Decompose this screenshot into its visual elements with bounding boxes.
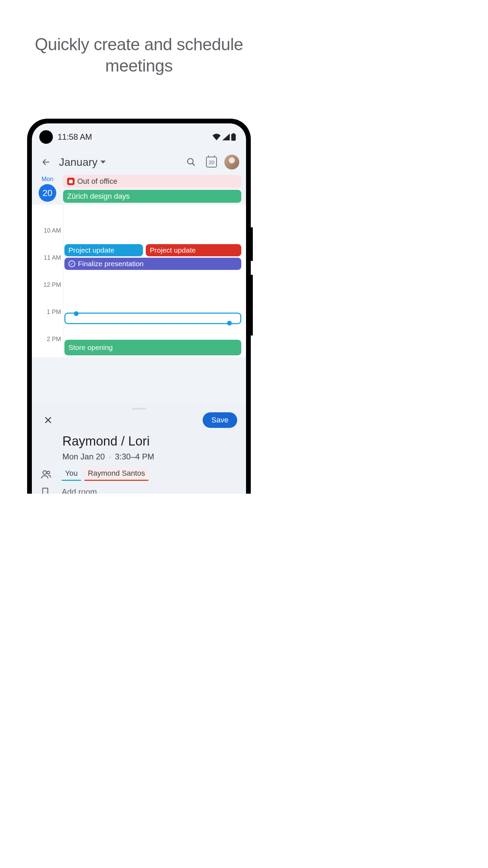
event-date: Mon Jan 20: [62, 452, 105, 461]
month-label: January: [59, 156, 98, 169]
event-time-range: 3:30–4 PM: [115, 452, 154, 461]
ooo-icon: [67, 178, 75, 185]
app-bar: January 20: [32, 146, 246, 174]
allday-event-zurich[interactable]: Zürich design days: [63, 190, 241, 203]
attendees-row: You Raymond Santos: [39, 461, 239, 481]
allday-event-label: Zürich design days: [67, 192, 130, 201]
people-icon: [41, 469, 52, 480]
hour-label: 1 PM: [32, 309, 61, 316]
svg-rect-3: [69, 180, 73, 183]
chevron-down-icon: [100, 160, 106, 164]
event-title-input[interactable]: Raymond / Lori: [62, 434, 239, 449]
svg-point-7: [47, 471, 50, 474]
svg-point-6: [43, 471, 47, 474]
resize-handle-top[interactable]: [74, 311, 79, 316]
svg-rect-4: [70, 179, 70, 180]
marketing-headline: Quickly create and schedule meetings: [0, 0, 278, 76]
timeline[interactable]: 10 AM 11 AM 12 PM 1 PM 2 PM Project upda…: [32, 205, 246, 357]
room-icon: [41, 487, 51, 494]
month-selector[interactable]: January: [59, 156, 106, 169]
today-button[interactable]: 20: [204, 155, 219, 170]
save-button[interactable]: Save: [203, 412, 237, 428]
day-column[interactable]: Mon 20: [32, 174, 63, 203]
cell-signal-icon: [222, 134, 230, 140]
check-circle-icon: ✓: [68, 260, 75, 267]
separator-dot: ·: [109, 453, 111, 461]
profile-avatar[interactable]: [224, 155, 239, 170]
event-label: Finalize presentation: [78, 260, 144, 268]
status-bar: 11:58 AM: [32, 123, 246, 146]
search-button[interactable]: [184, 155, 199, 170]
close-button[interactable]: [41, 413, 56, 428]
event-project-update-2[interactable]: Project update: [146, 244, 241, 256]
close-icon: [43, 415, 53, 425]
timeline-divider: [63, 205, 63, 357]
room-row[interactable]: Add room: [39, 481, 239, 494]
svg-rect-5: [72, 179, 72, 180]
sheet-drag-handle[interactable]: [132, 408, 146, 410]
hour-label: 12 PM: [32, 281, 61, 289]
svg-rect-0: [231, 134, 236, 141]
hour-label: 11 AM: [32, 254, 61, 261]
search-icon: [186, 157, 196, 167]
event-create-sheet: Save Raymond / Lori Mon Jan 20 · 3:30–4 …: [32, 403, 246, 494]
camera-hole: [39, 130, 53, 144]
event-label: Project update: [68, 246, 114, 254]
event-label: Project update: [150, 246, 196, 254]
hour-label: 2 PM: [32, 336, 61, 343]
add-room-label: Add room: [62, 487, 97, 494]
event-datetime[interactable]: Mon Jan 20 · 3:30–4 PM: [62, 452, 239, 461]
battery-icon: [231, 133, 236, 141]
status-time: 11:58 AM: [58, 132, 92, 142]
svg-rect-1: [232, 133, 235, 134]
day-header-row: Mon 20 Out of office Zürich design days: [32, 174, 246, 203]
event-store-opening[interactable]: Store opening: [64, 340, 241, 355]
calendar-today-icon: 20: [206, 157, 217, 167]
svg-point-2: [188, 159, 193, 164]
day-name: Mon: [32, 176, 63, 183]
allday-event-out-of-office[interactable]: Out of office: [63, 175, 241, 188]
phone-side-button: [251, 275, 253, 336]
new-event-slot[interactable]: [64, 313, 241, 324]
arrow-left-icon: [41, 157, 51, 167]
allday-event-label: Out of office: [77, 177, 117, 186]
phone-frame: 11:58 AM January 20: [27, 119, 251, 494]
phone-side-button: [251, 227, 253, 261]
wifi-icon: [212, 134, 221, 140]
attendee-chip-raymond[interactable]: Raymond Santos: [84, 468, 148, 481]
event-finalize-presentation[interactable]: ✓ Finalize presentation: [64, 258, 241, 270]
resize-handle-bottom[interactable]: [227, 321, 232, 326]
phone-screen: 11:58 AM January 20: [32, 123, 246, 494]
back-button[interactable]: [39, 155, 54, 170]
day-number-badge: 20: [39, 184, 56, 202]
event-label: Store opening: [68, 343, 113, 352]
event-project-update-1[interactable]: Project update: [64, 244, 143, 256]
attendee-chip-you[interactable]: You: [62, 468, 81, 481]
hour-label: 10 AM: [32, 227, 61, 234]
